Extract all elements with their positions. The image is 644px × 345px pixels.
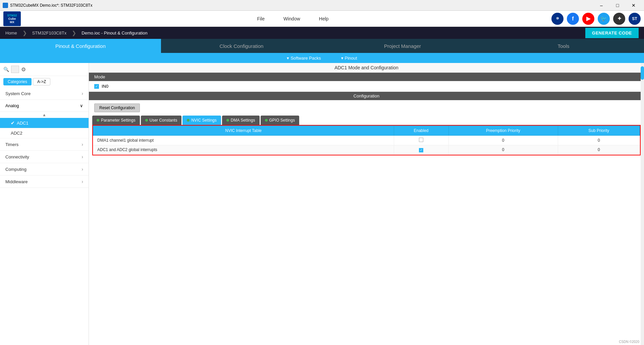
scrollbar-thumb[interactable] (641, 66, 644, 80)
preemption-1: 0 (448, 136, 558, 145)
close-button[interactable]: ✕ (626, 0, 641, 11)
search-icon: 🔍 (3, 67, 9, 72)
social-icons: ⑩ f ▶ 🐦 ✦ ST (551, 13, 641, 25)
app-logo: STM32 Cube MX (3, 11, 21, 26)
dot-icon (226, 119, 229, 122)
tab-parameter-settings[interactable]: Parameter Settings (92, 116, 140, 125)
dot-icon (97, 119, 99, 122)
preemption-2: 0 (448, 145, 558, 155)
table-row: ADC1 and ADC2 global interrupts ✓ 0 0 (93, 145, 640, 155)
menu-bar: STM32 Cube MX File Window Help ⑩ f ▶ 🐦 ✦… (0, 11, 644, 27)
help-menu[interactable]: Help (316, 15, 331, 23)
subtab-software-packs[interactable]: ▾ Software Packs (287, 56, 321, 61)
logo-mx: MX (10, 20, 14, 24)
generate-code-button[interactable]: GENERATE CODE (585, 28, 639, 38)
sub-priority-2: 0 (558, 145, 640, 155)
nvic-table: NVIC Interrupt Table Enabled Preemption … (93, 126, 640, 155)
scroll-up-indicator: ▲ (0, 112, 89, 118)
tab-clock-configuration[interactable]: Clock Configuration (161, 39, 322, 53)
breadcrumb: Home ❯ STM32F103C8Tx ❯ Demo.ioc - Pinout… (0, 27, 644, 39)
tab-categories[interactable]: Categories (3, 78, 32, 85)
enabled-2[interactable]: ✓ (394, 145, 448, 155)
tab-tools[interactable]: Tools (483, 39, 644, 53)
breadcrumb-arrow-1: ❯ (22, 30, 27, 36)
chevron-right-icon: › (82, 91, 83, 96)
enabled-checkbox-2[interactable]: ✓ (419, 148, 423, 152)
config-tabs: Parameter Settings User Constants NVIC S… (89, 116, 644, 125)
panel-header: ADC1 Mode and Configuration (89, 63, 644, 73)
window-controls: – □ ✕ (594, 0, 641, 11)
sidebar-item-system-core[interactable]: System Core › (0, 87, 89, 100)
right-scrollbar[interactable] (641, 63, 644, 345)
breadcrumb-home[interactable]: Home (5, 30, 21, 36)
tab-project-manager[interactable]: Project Manager (322, 39, 483, 53)
st-icon[interactable]: ST (629, 13, 641, 25)
chevron-right-icon: › (82, 142, 83, 147)
network-icon[interactable]: ✦ (613, 13, 625, 25)
content-area: 🔍 ⚙ Categories A->Z System Core › Analog… (0, 63, 644, 345)
sidebar-item-analog[interactable]: Analog ∨ (0, 100, 89, 112)
minimize-button[interactable]: – (594, 0, 609, 11)
watermark: CSDN ©2020 (619, 340, 639, 344)
col-header-sub-priority: Sub Priority (558, 126, 640, 136)
twitter-icon[interactable]: 🐦 (598, 13, 610, 25)
chevron-down-icon: ∨ (80, 103, 83, 108)
main-panel: ADC1 Mode and Configuration Mode IN0 Con… (89, 63, 644, 345)
tab-user-constants[interactable]: User Constants (141, 116, 182, 125)
sidebar-section-analog: Analog ∨ ▲ ✔ ADC1 ADC2 (0, 100, 89, 138)
facebook-icon[interactable]: f (567, 13, 579, 25)
enabled-checkbox-1[interactable] (419, 138, 423, 142)
logo-cube: Cube (8, 17, 16, 20)
settings-icon[interactable]: ⚙ (21, 66, 26, 73)
sidebar-item-middleware[interactable]: Middleware › (0, 176, 89, 188)
sidebar-item-computing[interactable]: Computing › (0, 163, 89, 176)
mode-content: IN0 (89, 81, 644, 92)
reset-configuration-button[interactable]: Reset Configuration (94, 104, 140, 112)
sidebar: 🔍 ⚙ Categories A->Z System Core › Analog… (0, 63, 89, 345)
dot-icon (265, 119, 268, 122)
sidebar-item-connectivity[interactable]: Connectivity › (0, 151, 89, 163)
scroll-up-icon[interactable]: ▲ (42, 113, 46, 117)
window-title: STM32CubeMX Demo.ioc*: STM32F103C8Tx (10, 3, 92, 8)
dot-icon (145, 119, 148, 122)
chevron-right-icon: › (82, 154, 83, 159)
subtab-pinout[interactable]: ▾ Pinout (341, 56, 357, 61)
file-menu[interactable]: File (254, 15, 267, 23)
sidebar-search-bar: 🔍 ⚙ (0, 63, 89, 76)
col-header-enabled: Enabled (394, 126, 448, 136)
breadcrumb-arrow-2: ❯ (72, 30, 76, 36)
breadcrumb-device[interactable]: STM32F103C8Tx (28, 30, 71, 36)
sidebar-item-timers[interactable]: Timers › (0, 138, 89, 151)
enabled-1[interactable] (394, 136, 448, 145)
tab-dma-settings[interactable]: DMA Settings (222, 116, 260, 125)
sidebar-item-adc2[interactable]: ADC2 (0, 128, 89, 138)
sub-priority-1: 0 (558, 136, 640, 145)
dot-icon (187, 119, 190, 122)
col-header-preemption: Preemption Priority (448, 126, 558, 136)
sub-tab-bar: ▾ Software Packs ▾ Pinout (0, 53, 644, 63)
maximize-button[interactable]: □ (610, 0, 625, 11)
main-tabs: Pinout & Configuration Clock Configurati… (0, 39, 644, 53)
search-dropdown[interactable] (11, 66, 19, 73)
chevron-right-icon: › (82, 179, 83, 184)
title-bar: STM32CubeMX Demo.ioc*: STM32F103C8Tx – □… (0, 0, 644, 11)
youtube-icon[interactable]: ▶ (582, 13, 594, 25)
logo-stm: STM32 (7, 14, 17, 17)
sidebar-item-adc1[interactable]: ✔ ADC1 (0, 118, 89, 128)
sidebar-tab-bar: Categories A->Z (0, 76, 89, 87)
tab-az[interactable]: A->Z (33, 78, 50, 85)
10th-icon[interactable]: ⑩ (551, 13, 564, 25)
tab-gpio-settings[interactable]: GPIO Settings (261, 116, 300, 125)
window-menu[interactable]: Window (281, 15, 303, 23)
mode-section-label: Mode (89, 73, 644, 81)
tab-pinout-configuration[interactable]: Pinout & Configuration (0, 39, 161, 53)
in0-label: IN0 (102, 84, 108, 89)
interrupt-name-2: ADC1 and ADC2 global interrupts (93, 145, 394, 155)
tab-nvic-settings[interactable]: NVIC Settings (182, 116, 221, 125)
menu-items: File Window Help (34, 15, 551, 23)
breadcrumb-project[interactable]: Demo.ioc - Pinout & Configuration (77, 30, 152, 36)
in0-checkbox[interactable] (94, 84, 99, 89)
logo: STM32 Cube MX (3, 11, 21, 26)
chevron-right-icon: › (82, 166, 83, 172)
checkmark-icon: ✔ (11, 120, 15, 126)
